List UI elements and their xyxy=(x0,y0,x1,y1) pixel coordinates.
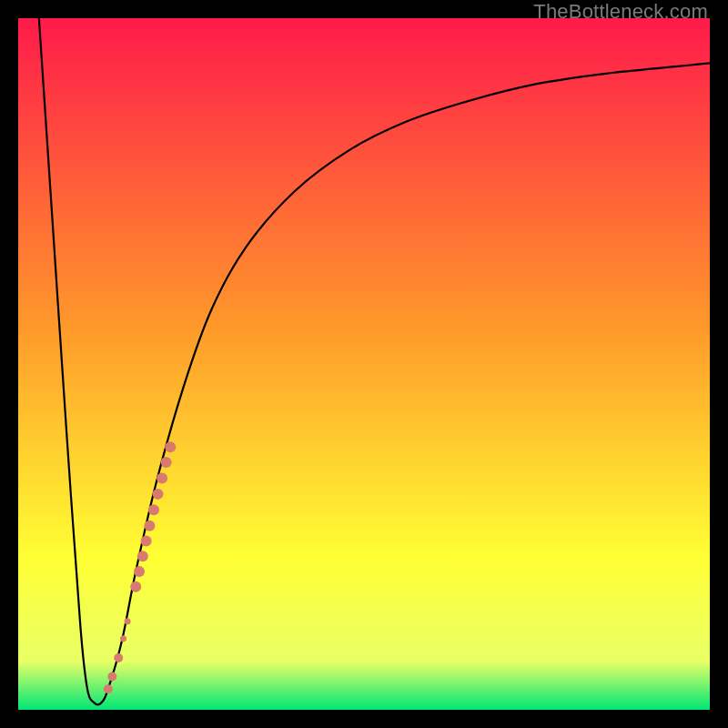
plot-area xyxy=(18,18,710,710)
data-marker xyxy=(141,536,152,547)
data-marker xyxy=(130,581,141,592)
data-marker xyxy=(157,472,167,483)
watermark-text: TheBottleneck.com xyxy=(533,0,708,24)
data-marker xyxy=(104,684,113,693)
data-marker xyxy=(153,489,164,500)
data-marker xyxy=(144,521,155,531)
data-marker xyxy=(125,618,131,624)
data-marker xyxy=(114,653,123,662)
data-marker xyxy=(161,457,172,468)
data-marker xyxy=(148,504,159,515)
data-marker xyxy=(107,672,116,682)
data-marker xyxy=(165,441,176,452)
gradient-background xyxy=(18,18,710,710)
data-marker xyxy=(120,635,126,642)
chart-frame: TheBottleneck.com xyxy=(0,0,728,728)
data-marker xyxy=(137,551,148,561)
data-marker xyxy=(134,566,145,577)
chart-svg xyxy=(18,18,710,710)
